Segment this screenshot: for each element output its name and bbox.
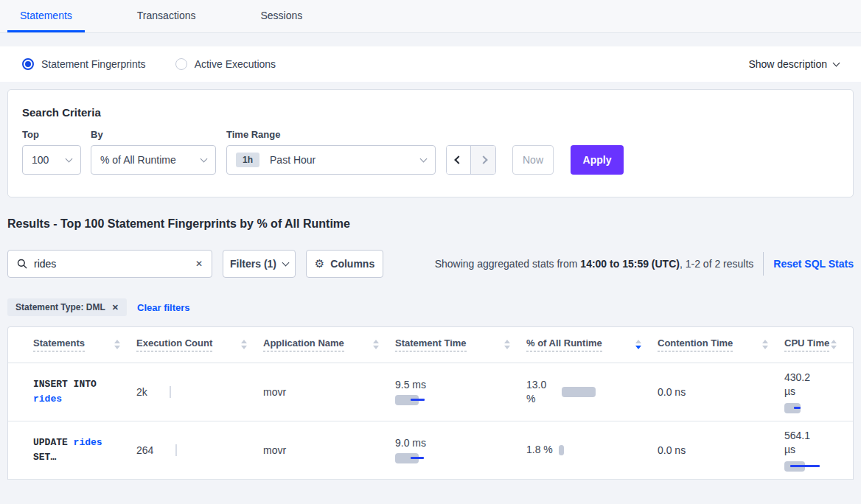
- chevron-right-icon: [479, 155, 487, 164]
- cpu-time-value: 430.2 µs: [784, 371, 817, 399]
- statement-link[interactable]: rides: [74, 437, 102, 448]
- statement-time-value: 9.0 ms: [395, 437, 426, 449]
- contention-time-value: 0.0 ns: [658, 386, 686, 398]
- apply-button[interactable]: Apply: [571, 145, 624, 175]
- table-row: UPDATE rides SET… 264 movr 9.0 ms 1.8 %: [8, 421, 853, 479]
- sort-icon[interactable]: [831, 340, 837, 349]
- col-header-statements[interactable]: Statements: [33, 337, 85, 351]
- results-heading: Results - Top 100 Statement Fingerprints…: [7, 217, 854, 231]
- radio-statement-fingerprints[interactable]: Statement Fingerprints: [22, 58, 146, 70]
- sort-icon[interactable]: [114, 340, 120, 349]
- radio-active-executions[interactable]: Active Executions: [175, 58, 276, 70]
- time-range-label: Time Range: [226, 129, 446, 140]
- search-criteria-card: Search Criteria Top 100 By % of All Runt…: [7, 89, 854, 197]
- sort-icon[interactable]: [373, 340, 379, 349]
- execution-count-bar: [175, 444, 177, 456]
- statement-fingerprint: INSERT INTO rides: [33, 377, 120, 407]
- search-criteria-title: Search Criteria: [22, 106, 839, 119]
- table-header-row: Statements Execution Count Application N…: [8, 327, 853, 363]
- time-range-select[interactable]: 1h Past Hour: [226, 145, 436, 175]
- statement-link[interactable]: rides: [33, 393, 62, 405]
- reset-sql-stats-link[interactable]: Reset SQL Stats: [773, 258, 854, 270]
- filters-label: Filters (1): [230, 258, 276, 270]
- sort-icon[interactable]: [241, 340, 247, 349]
- by-label: By: [91, 129, 226, 140]
- tab-transactions[interactable]: Transactions: [125, 0, 209, 32]
- col-header-runtime-pct[interactable]: % of All Runtime: [526, 337, 602, 351]
- aggregated-stats-text: Showing aggregated stats from 14:00 to 1…: [435, 258, 754, 270]
- chevron-down-icon: [282, 259, 290, 266]
- remove-filter-icon[interactable]: ✕: [112, 303, 119, 312]
- cpu-time-bar: [784, 461, 851, 472]
- execution-count-bar: [170, 386, 171, 398]
- time-range-value: Past Hour: [270, 154, 316, 166]
- runtime-pct-bar: [562, 387, 596, 397]
- runtime-pct-value: 1.8 %: [526, 443, 553, 457]
- execution-count-value: 264: [136, 444, 153, 456]
- contention-time-value: 0.0 ns: [658, 444, 686, 456]
- statement-time-value: 9.5 ms: [395, 379, 426, 391]
- filters-button[interactable]: Filters (1): [223, 250, 296, 278]
- chevron-down-icon: [833, 59, 840, 66]
- sort-icon[interactable]: [504, 340, 510, 349]
- chevron-down-icon: [66, 155, 73, 162]
- sort-icon[interactable]: [762, 340, 768, 349]
- col-header-cpu-time[interactable]: CPU Time: [784, 337, 829, 351]
- runtime-pct-value: 13.0 %: [526, 378, 556, 406]
- clear-filters-link[interactable]: Clear filters: [137, 302, 190, 313]
- radio-selected-icon: [22, 58, 34, 70]
- top-label: Top: [22, 129, 91, 140]
- table-row: INSERT INTO rides 2k movr 9.5 ms 13.0 %: [8, 363, 853, 421]
- statement-time-bar: [395, 395, 461, 405]
- time-range-badge: 1h: [236, 153, 259, 167]
- sort-icon-active-desc[interactable]: [635, 340, 641, 349]
- tab-sessions[interactable]: Sessions: [248, 0, 315, 32]
- page-tabs: Statements Transactions Sessions: [0, 0, 861, 33]
- filter-chip-statement-type[interactable]: Statement Type: DML ✕: [7, 298, 127, 316]
- cpu-time-bar: [784, 403, 851, 413]
- search-icon: [17, 259, 27, 269]
- time-range-field: Time Range 1h Past Hour: [226, 129, 446, 175]
- show-description-label: Show description: [748, 58, 827, 70]
- clear-search-icon[interactable]: ✕: [195, 259, 203, 269]
- statements-table: Statements Execution Count Application N…: [8, 327, 853, 480]
- statement-search-box[interactable]: ✕: [7, 250, 212, 278]
- col-header-execution-count[interactable]: Execution Count: [136, 337, 212, 351]
- gear-icon: ⚙: [315, 257, 324, 270]
- by-field: By % of All Runtime: [91, 129, 226, 175]
- chevron-down-icon: [420, 155, 428, 162]
- chevron-down-icon: [201, 155, 208, 162]
- divider: [763, 252, 764, 276]
- time-range-pager: [446, 145, 496, 175]
- radio-unselected-icon: [175, 58, 187, 70]
- filter-chip-row: Statement Type: DML ✕ Clear filters: [7, 298, 854, 316]
- filter-chip-label: Statement Type: DML: [15, 302, 105, 312]
- top-field: Top 100: [22, 129, 91, 175]
- application-name-value: movr: [263, 386, 286, 398]
- now-button[interactable]: Now: [512, 145, 554, 175]
- radio-label: Statement Fingerprints: [41, 58, 146, 70]
- application-name-value: movr: [263, 444, 286, 456]
- top-value: 100: [32, 154, 49, 166]
- statement-fingerprint: UPDATE rides SET…: [33, 435, 120, 465]
- tab-statements[interactable]: Statements: [7, 0, 85, 32]
- execution-count-value: 2k: [136, 386, 147, 398]
- view-mode-bar: Statement Fingerprints Active Executions…: [0, 46, 861, 82]
- cpu-time-value: 564.1 µs: [784, 429, 817, 457]
- col-header-statement-time[interactable]: Statement Time: [395, 337, 467, 351]
- next-time-range-button[interactable]: [471, 146, 495, 174]
- radio-label: Active Executions: [195, 58, 276, 70]
- statements-table-card: Statements Execution Count Application N…: [7, 326, 854, 480]
- col-header-contention-time[interactable]: Contention Time: [658, 337, 733, 351]
- col-header-application-name[interactable]: Application Name: [263, 337, 344, 351]
- show-description-toggle[interactable]: Show description: [748, 58, 839, 70]
- by-select[interactable]: % of All Runtime: [91, 145, 216, 175]
- runtime-pct-bar: [559, 445, 564, 455]
- columns-button[interactable]: ⚙ Columns: [306, 250, 383, 278]
- search-input[interactable]: [34, 258, 195, 270]
- chevron-left-icon: [454, 155, 462, 164]
- by-value: % of All Runtime: [100, 154, 176, 166]
- columns-label: Columns: [330, 258, 374, 270]
- top-select[interactable]: 100: [22, 145, 81, 175]
- previous-time-range-button[interactable]: [447, 146, 471, 174]
